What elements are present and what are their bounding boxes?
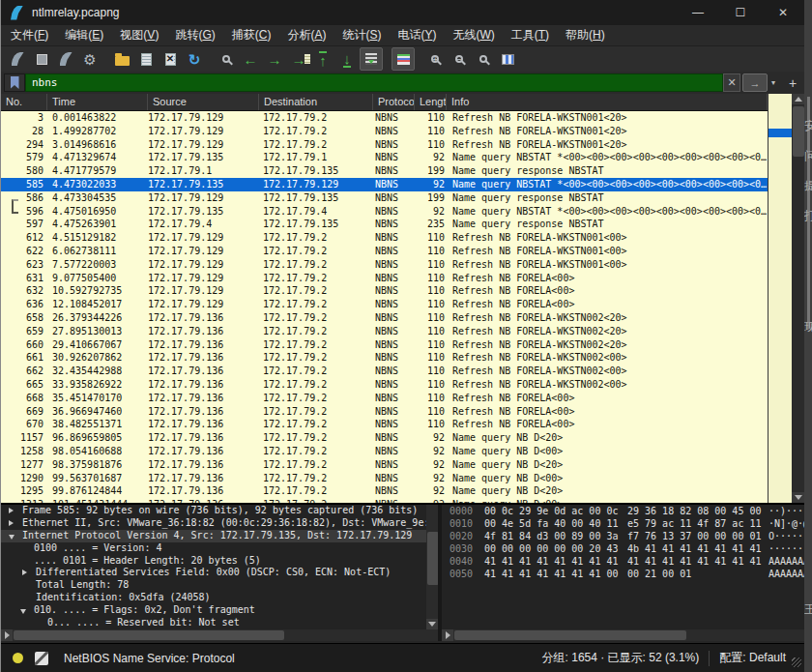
- title-bar[interactable]: ntlmrelay.pcapng — ☐ ✕: [1, 0, 804, 25]
- packet-row-579[interactable]: 5794.471329674172.17.79.135172.17.79.1NB…: [1, 151, 768, 164]
- close-file-icon[interactable]: ✕: [159, 47, 182, 71]
- col-header-length[interactable]: Length: [415, 94, 447, 110]
- details-hscroll-right[interactable]: [1, 629, 13, 641]
- zoom-in-icon[interactable]: +: [423, 47, 447, 71]
- packet-row-1295[interactable]: 129599.876124844172.17.79.136172.17.79.2…: [1, 484, 768, 498]
- detail-line-8[interactable]: 010. .... = Flags: 0x2, Don't fragment: [1, 604, 438, 617]
- col-header-protocol[interactable]: Protocol: [373, 94, 415, 110]
- expand-down-icon[interactable]: [20, 609, 26, 617]
- col-header-source[interactable]: Source: [148, 94, 259, 110]
- menu-wireless[interactable]: 无线(W): [452, 27, 494, 44]
- packet-row-585[interactable]: 5854.473022033172.17.79.135172.17.79.129…: [1, 178, 768, 191]
- packet-row-596[interactable]: 5964.475016950172.17.79.135172.17.79.4NB…: [1, 205, 768, 219]
- packet-row-661[interactable]: 66130.926207862172.17.79.136172.17.79.2N…: [1, 351, 768, 365]
- scroll-up-button[interactable]: [792, 94, 805, 104]
- detail-line-2[interactable]: Internet Protocol Version 4, Src: 172.17…: [1, 530, 438, 542]
- detail-line-0[interactable]: Frame 585: 92 bytes on wire (736 bits), …: [1, 505, 438, 517]
- packet-row-294[interactable]: 2943.014968616172.17.79.129172.17.79.2NB…: [1, 138, 768, 152]
- reload-icon[interactable]: ↻: [183, 47, 206, 71]
- minimize-button[interactable]: —: [677, 0, 719, 25]
- detail-line-4[interactable]: .... 0101 = Header Length: 20 bytes (5): [1, 555, 438, 568]
- go-to-packet-icon[interactable]: →: [287, 47, 310, 71]
- packet-list-scrollbar[interactable]: [792, 94, 805, 503]
- detail-line-7[interactable]: Identification: 0x5dfa (24058): [1, 592, 438, 604]
- expert-info-icon[interactable]: [13, 653, 23, 663]
- col-header-time[interactable]: Time: [47, 94, 148, 110]
- go-back-icon[interactable]: ←: [239, 47, 262, 71]
- detail-line-5[interactable]: Differentiated Services Field: 0x00 (DSC…: [1, 567, 438, 579]
- col-header-destination[interactable]: Destination: [259, 94, 373, 110]
- expand-right-icon[interactable]: [9, 508, 16, 513]
- packet-row-622[interactable]: 6226.062738111172.17.79.129172.17.79.2NB…: [1, 245, 768, 258]
- resize-grip[interactable]: [792, 657, 801, 667]
- detail-line-3[interactable]: 0100 .... = Version: 4: [1, 542, 438, 555]
- packet-row-669[interactable]: 66936.966947460172.17.79.136172.17.79.2N…: [1, 405, 768, 419]
- colorize-toggle[interactable]: [392, 47, 415, 71]
- packet-row-660[interactable]: 66029.410667067172.17.79.136172.17.79.2N…: [1, 338, 768, 352]
- display-filter-input[interactable]: nbns: [25, 73, 723, 92]
- capture-comment-icon[interactable]: [35, 652, 48, 665]
- packet-row-631[interactable]: 6319.077505400172.17.79.129172.17.79.2NB…: [1, 272, 768, 285]
- hex-row-0050[interactable]: 005041 41 41 41 41 41 41 0000 21 00 01AA…: [442, 568, 805, 580]
- hex-row-0040[interactable]: 004041 41 41 41 41 41 41 4141 41 41 41 4…: [442, 555, 805, 568]
- hex-row-0020[interactable]: 00204f 81 84 d3 00 89 00 3af7 76 13 37 0…: [442, 530, 805, 542]
- menu-statistics[interactable]: 统计(S): [342, 27, 381, 44]
- go-forward-icon[interactable]: →: [263, 47, 286, 71]
- hex-row-0000[interactable]: 000000 0c 29 9e 0d ac 00 0c29 36 18 82 0…: [442, 505, 805, 517]
- packet-row-597[interactable]: 5974.475263901172.17.79.4172.17.79.135NB…: [1, 218, 768, 231]
- zoom-reset-icon[interactable]: [472, 47, 495, 71]
- menu-file[interactable]: 文件(F): [11, 27, 48, 44]
- expand-down-icon[interactable]: [9, 535, 14, 542]
- packet-row-623[interactable]: 6237.577220003172.17.79.129172.17.79.2NB…: [1, 258, 768, 272]
- menu-capture[interactable]: 捕获(C): [232, 27, 272, 44]
- save-file-icon[interactable]: [134, 47, 158, 71]
- profile-text[interactable]: 配置: Default: [719, 650, 786, 666]
- packet-row-636[interactable]: 63612.108452017172.17.79.129172.17.79.2N…: [1, 298, 768, 311]
- maximize-button[interactable]: ☐: [719, 0, 762, 25]
- resize-columns-icon[interactable]: [496, 47, 519, 71]
- menu-go[interactable]: 跳转(G): [175, 27, 215, 44]
- open-file-icon[interactable]: [110, 47, 133, 71]
- close-button[interactable]: ✕: [762, 0, 804, 25]
- restart-capture-icon[interactable]: [54, 47, 77, 71]
- filter-apply-button[interactable]: →: [742, 73, 768, 92]
- menu-tools[interactable]: 工具(T): [511, 27, 549, 44]
- menu-help[interactable]: 帮助(H): [566, 27, 605, 44]
- capture-options-icon[interactable]: ⚙: [78, 47, 102, 71]
- go-first-icon[interactable]: ↑: [311, 47, 334, 71]
- start-capture-icon[interactable]: [6, 47, 29, 71]
- packet-row-665[interactable]: 66533.935826922172.17.79.136172.17.79.2N…: [1, 378, 768, 392]
- packet-row-1277[interactable]: 127798.375981876172.17.79.136172.17.79.2…: [1, 458, 768, 472]
- packet-row-612[interactable]: 6124.515129182172.17.79.129172.17.79.2NB…: [1, 231, 768, 245]
- details-hscroll-thumb[interactable]: [14, 630, 284, 640]
- detail-line-9[interactable]: 0... .... = Reserved bit: Not set: [1, 617, 438, 629]
- intelligent-scrollbar[interactable]: [768, 94, 792, 503]
- packet-row-1258[interactable]: 125898.054160688172.17.79.136172.17.79.2…: [1, 445, 768, 458]
- expand-right-icon[interactable]: [22, 570, 30, 575]
- details-hscrollbar[interactable]: [1, 629, 438, 641]
- menu-telephony[interactable]: 电话(Y): [397, 27, 436, 44]
- stop-capture-icon[interactable]: [30, 47, 53, 71]
- packet-row-28[interactable]: 281.499287702172.17.79.129172.17.79.2NBN…: [1, 125, 768, 138]
- autoscroll-toggle[interactable]: [360, 47, 383, 71]
- packet-row-3[interactable]: 30.001463822172.17.79.129172.17.79.2NBNS…: [1, 111, 768, 125]
- hex-hscroll-thumb[interactable]: [454, 630, 686, 640]
- menu-view[interactable]: 视图(V): [120, 27, 159, 44]
- hex-row-0030[interactable]: 003000 00 00 00 00 00 20 434b 41 41 41 4…: [442, 542, 805, 555]
- col-header-no[interactable]: No.: [1, 94, 47, 110]
- details-scrollbar[interactable]: [426, 505, 438, 629]
- packet-row-668[interactable]: 66835.451470170172.17.79.136172.17.79.2N…: [1, 392, 768, 405]
- packet-row-1290[interactable]: 129099.563701687172.17.79.136172.17.79.2…: [1, 472, 768, 485]
- packet-row-670[interactable]: 67038.482551371172.17.79.136172.17.79.2N…: [1, 418, 768, 431]
- packet-row-586[interactable]: 5864.473304535172.17.79.129172.17.79.135…: [1, 191, 768, 205]
- filter-add-button[interactable]: +: [785, 73, 800, 92]
- detail-line-1[interactable]: Ethernet II, Src: VMware_36:18:82 (00:0c…: [1, 517, 438, 530]
- packet-row-662[interactable]: 66232.435442988172.17.79.136172.17.79.2N…: [1, 365, 768, 378]
- packet-row-659[interactable]: 65927.895130013172.17.79.136172.17.79.2N…: [1, 325, 768, 338]
- col-header-info[interactable]: Info: [447, 94, 768, 110]
- expand-right-icon[interactable]: [9, 520, 16, 526]
- scrollbar-thumb[interactable]: [793, 106, 804, 157]
- packet-row-1157[interactable]: 115796.869659805172.17.79.136172.17.79.2…: [1, 431, 768, 445]
- menu-analyze[interactable]: 分析(A): [287, 27, 326, 44]
- scroll-down-button[interactable]: [792, 492, 805, 503]
